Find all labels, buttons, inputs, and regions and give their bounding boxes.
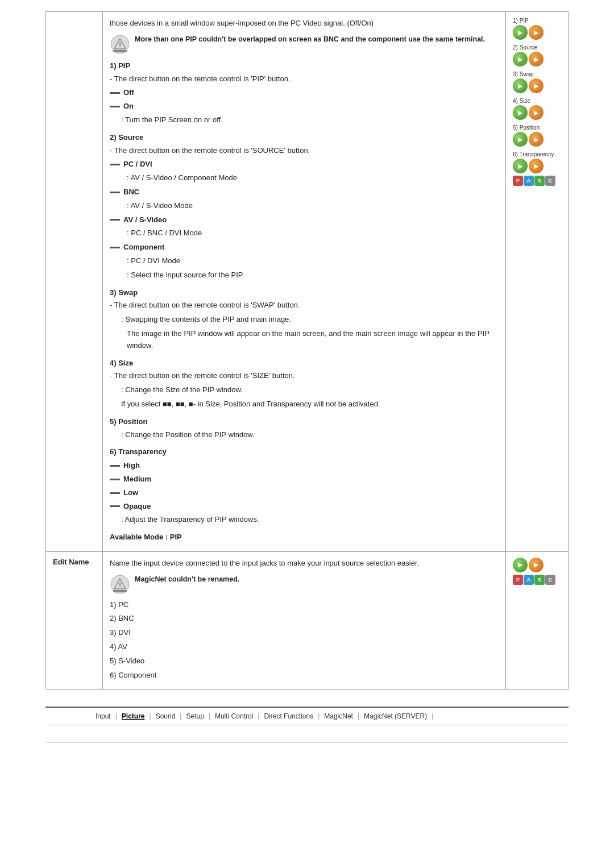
source-select-desc: : Select the input source for the PIP.	[127, 269, 499, 281]
transparency-low-item: Low	[110, 487, 499, 499]
nav-magicnet[interactable]: MagicNet	[320, 711, 358, 721]
transparency-button-pair: ▶ ▶	[513, 159, 561, 173]
transparency-btn-left: ▶	[513, 159, 528, 173]
dash-icon-opaque	[110, 505, 120, 507]
svg-text:!: !	[119, 41, 121, 48]
editname-item6: 6) Component	[110, 670, 499, 682]
dash-icon-av	[110, 219, 120, 221]
svg-text:!: !	[119, 582, 121, 588]
editname-pasc-s: S	[534, 575, 545, 585]
editname-content-cell: Name the input device connected to the i…	[103, 551, 506, 690]
nav-input[interactable]: Input	[91, 711, 115, 721]
section1-title: 1) PIP	[110, 60, 499, 72]
right-position-label: 5) Position	[513, 124, 561, 131]
dash-icon-medium	[110, 479, 120, 480]
right-transparency-section: 6) Transparency ▶ ▶ P A S C	[513, 151, 561, 186]
pip-btn-right: ▶	[529, 25, 544, 40]
section4-desc1: : Change the Size of the PIP window.	[121, 384, 499, 396]
nav-setup[interactable]: Setup	[181, 711, 208, 721]
right-panel-editname: ▶ ▶ P A S C	[506, 551, 569, 690]
dash-icon-pcdvi	[110, 164, 120, 165]
editname-pasc-a: A	[524, 575, 534, 585]
transparency-opaque-item: Opaque	[110, 501, 499, 513]
nav-bar: Input | Picture | Sound | Setup | Multi …	[45, 707, 569, 725]
pip-on-label: On	[123, 101, 134, 113]
section6-title: 6) Transparency	[110, 446, 499, 458]
position-btn-right: ▶	[529, 132, 544, 147]
editname-pasc-row: P A S C	[513, 575, 561, 585]
pip-on-item: On	[110, 101, 499, 113]
section4-direct: - The direct button on the remote contro…	[110, 370, 499, 382]
swap-btn-left: ▶	[513, 78, 528, 93]
source-bnc-desc: : AV / S-Video Mode	[127, 200, 499, 212]
pip-button-pair: ▶ ▶	[513, 25, 561, 40]
pasc-s-btn: S	[534, 176, 545, 186]
pip-off-item: Off	[110, 87, 499, 99]
main-table: those devices in a small window super-im…	[45, 11, 569, 690]
transparency-low-label: Low	[123, 487, 138, 499]
right-source-section: 2) Source ▶ ▶	[513, 44, 561, 67]
editname-item5: 5) S-Video	[110, 655, 499, 667]
editname-pasc-c: C	[545, 575, 555, 585]
editname-btn-right: ▶	[529, 558, 544, 572]
right-panel-pip: 1) PIP ▶ ▶ 2) Source ▶ ▶	[506, 12, 569, 552]
dash-icon-on	[110, 106, 120, 107]
pip-off-label: Off	[123, 87, 134, 99]
transparency-medium-label: Medium	[123, 474, 151, 485]
position-btn-left: ▶	[513, 132, 528, 147]
nav-picture[interactable]: Picture	[117, 711, 150, 721]
right-transparency-label: 6) Transparency	[513, 151, 561, 157]
transparency-high-item: High	[110, 460, 499, 472]
size-btn-left: ▶	[513, 105, 528, 120]
note-box-2: ! MagicNet couldn't be renamed.	[110, 574, 499, 595]
editname-pasc-p: P	[513, 575, 523, 585]
pasc-c-btn: C	[545, 176, 555, 186]
source-pcdvi-desc: : AV / S-Video / Component Mode	[127, 172, 499, 184]
source-component-label: Component	[123, 242, 164, 254]
warning-icon: !	[110, 34, 130, 55]
right-swap-section: 3) Swap ▶ ▶	[513, 71, 561, 93]
section1-desc: : Turn the PIP Screen on or off.	[121, 114, 499, 126]
nav-sound[interactable]: Sound	[151, 711, 180, 721]
dash-icon-high	[110, 465, 120, 467]
note-box-1: ! More than one PIP couldn't be overlapp…	[110, 34, 499, 55]
dash-icon-low	[110, 492, 120, 494]
section5-desc: : Change the Position of the PIP window.	[121, 429, 499, 441]
note-text-1: More than one PIP couldn't be overlapped…	[135, 34, 485, 45]
pip-content-cell: those devices in a small window super-im…	[103, 12, 506, 552]
source-av-item: AV / S-Video	[110, 214, 499, 226]
pip-btn-left: ▶	[513, 25, 528, 40]
pasc-row: P A S C	[513, 176, 561, 186]
section6-desc: : Adjust the Transparency of PIP windows…	[121, 514, 499, 526]
nav-directfunctions[interactable]: Direct Functions	[259, 711, 318, 721]
source-btn-left: ▶	[513, 52, 528, 67]
section2-title: 2) Source	[110, 132, 499, 144]
right-size-section: 4) Size ▶ ▶	[513, 98, 561, 120]
section4-title: 4) Size	[110, 358, 499, 369]
source-bnc-label: BNC	[123, 186, 139, 198]
right-position-section: 5) Position ▶ ▶	[513, 124, 561, 147]
transparency-opaque-label: Opaque	[123, 501, 151, 513]
page-wrapper: those devices in a small window super-im…	[0, 0, 614, 743]
nav-multicontrol[interactable]: Multi Control	[210, 711, 258, 721]
source-button-pair: ▶ ▶	[513, 52, 561, 67]
section1-direct: - The direct button on the remote contro…	[110, 73, 499, 85]
dash-icon-off	[110, 92, 120, 94]
source-pcdvi-item: PC / DVI	[110, 159, 499, 171]
size-button-pair: ▶ ▶	[513, 105, 561, 120]
right-pip-label: 1) PIP	[513, 18, 561, 24]
pasc-a-btn: A	[524, 176, 534, 186]
svg-rect-2	[113, 50, 127, 52]
pip-intro-text: those devices in a small window super-im…	[110, 18, 499, 30]
editname-btn-left: ▶	[513, 558, 528, 572]
source-av-label: AV / S-Video	[123, 214, 167, 226]
nav-magicnet-server[interactable]: MagicNet (SERVER)	[359, 711, 432, 721]
source-btn-right: ▶	[529, 52, 544, 67]
right-size-label: 4) Size	[513, 98, 561, 104]
transparency-medium-item: Medium	[110, 474, 499, 485]
transparency-high-label: High	[123, 460, 140, 472]
source-av-desc: : PC / BNC / DVI Mode	[127, 227, 499, 239]
editname-item2: 2) BNC	[110, 613, 499, 625]
right-pip-section: 1) PIP ▶ ▶	[513, 18, 561, 40]
available-mode-text: Available Mode : PIP	[110, 531, 499, 543]
